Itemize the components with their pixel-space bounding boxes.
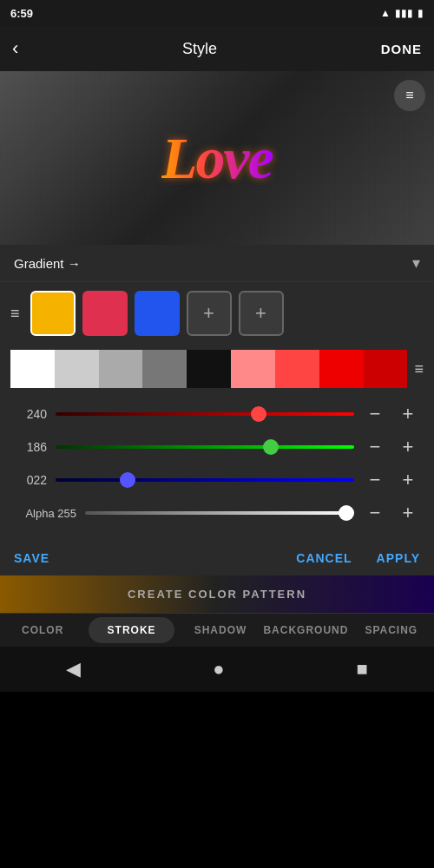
tab-shadow-label: SHADOW (194, 624, 247, 636)
top-bar: ‹ Style DONE (0, 26, 434, 71)
status-icons: ▲ ▮▮▮ ▮ (380, 7, 424, 19)
preview-menu-button[interactable]: ≡ (394, 80, 425, 111)
green-slider-track[interactable] (56, 445, 354, 449)
tab-shadow[interactable]: SHADOW (178, 614, 263, 647)
tab-color-label: COLOR (22, 624, 63, 636)
love-text-preview: Love (161, 124, 273, 193)
swatches-row: ≡ + + (0, 282, 434, 345)
red-minus-button[interactable]: − (363, 402, 387, 426)
red-slider-row: 240 − + (14, 402, 420, 426)
palette-darkred[interactable] (364, 350, 408, 388)
bottom-tabs: COLOR STROKE SHADOW BACKGROUND SPACING (0, 613, 434, 647)
blue-plus-button[interactable]: + (396, 468, 420, 492)
menu-icon: ≡ (405, 88, 413, 103)
add-swatch-1[interactable]: + (187, 291, 232, 336)
red-slider-track[interactable] (56, 412, 354, 416)
green-slider-row: 186 − + (14, 435, 420, 459)
blue-value-label: 022 (14, 473, 47, 487)
gradient-selector-row[interactable]: Gradient → ▾ (0, 245, 434, 282)
alpha-plus-button[interactable]: + (396, 501, 420, 525)
tab-spacing-label: SPACING (365, 624, 418, 636)
apply-button[interactable]: APPLY (377, 551, 420, 565)
cancel-button[interactable]: CANCEL (296, 551, 352, 565)
tab-background-label: BACKGROUND (263, 624, 348, 636)
green-value-label: 186 (14, 440, 47, 454)
status-bar: 6:59 ▲ ▮▮▮ ▮ (0, 0, 434, 26)
swatch-3[interactable] (135, 291, 180, 336)
green-slider-thumb[interactable] (263, 439, 279, 455)
tab-spacing[interactable]: SPACING (349, 614, 434, 647)
gradient-dropdown-arrow[interactable]: ▾ (412, 253, 420, 273)
swatch-2[interactable] (82, 291, 128, 336)
action-row: SAVE CANCEL APPLY (0, 542, 434, 575)
tab-stroke[interactable]: STROKE (89, 617, 174, 643)
save-button[interactable]: SAVE (14, 551, 49, 565)
wifi-icon: ▲ (380, 7, 391, 19)
tab-stroke-label: STROKE (108, 624, 156, 636)
main-panel: Gradient → ▾ ≡ + + ≡ 240 − + (0, 245, 434, 613)
gradient-label: Gradient → (14, 256, 81, 271)
palette-row: ≡ (0, 345, 434, 393)
alpha-slider-track[interactable] (85, 511, 354, 515)
alpha-slider-thumb[interactable] (339, 505, 354, 521)
preview-background: Love ≡ (0, 71, 434, 245)
palette-menu-icon[interactable]: ≡ (414, 360, 424, 378)
blue-slider-row: 022 − + (14, 468, 420, 492)
page-title: Style (182, 40, 217, 58)
blue-slider-track[interactable] (56, 478, 354, 482)
nav-bar: ◀ ● ■ (0, 647, 434, 692)
blue-minus-button[interactable]: − (363, 468, 387, 492)
tab-color[interactable]: COLOR (0, 614, 85, 647)
blue-slider-thumb[interactable] (120, 472, 135, 488)
done-button[interactable]: DONE (381, 42, 422, 56)
palette-darkgray[interactable] (142, 350, 187, 388)
red-plus-button[interactable]: + (396, 402, 420, 426)
green-plus-button[interactable]: + (396, 435, 420, 459)
palette-red[interactable] (319, 350, 364, 388)
alpha-slider-row: Alpha 255 − + (14, 501, 420, 525)
palette-lightgray[interactable] (55, 350, 99, 388)
tab-background[interactable]: BACKGROUND (263, 614, 348, 647)
red-slider-thumb[interactable] (251, 406, 266, 422)
reorder-icon[interactable]: ≡ (10, 305, 20, 323)
palette-black[interactable] (187, 350, 231, 388)
red-value-label: 240 (14, 407, 47, 421)
nav-home-button[interactable]: ● (213, 658, 224, 681)
status-time: 6:59 (10, 7, 33, 20)
sliders-section: 240 − + 186 − + 022 − + Alpha (0, 393, 434, 542)
nav-back-button[interactable]: ◀ (66, 658, 81, 681)
palette-midgray[interactable] (99, 350, 143, 388)
palette-white[interactable] (10, 350, 55, 388)
palette-medred[interactable] (275, 350, 319, 388)
alpha-value-label: Alpha 255 (14, 507, 76, 520)
palette-lightred[interactable] (231, 350, 275, 388)
create-pattern-button[interactable]: CREATE COLOR PATTERN (0, 575, 434, 613)
nav-recents-button[interactable]: ■ (357, 658, 368, 681)
back-button[interactable]: ‹ (12, 37, 18, 60)
swatch-1[interactable] (30, 291, 76, 336)
signal-icon: ▮▮▮ (395, 7, 413, 19)
add-swatch-2[interactable]: + (239, 291, 284, 336)
preview-area: Love ≡ (0, 71, 434, 245)
alpha-minus-button[interactable]: − (363, 501, 387, 525)
battery-icon: ▮ (418, 7, 424, 19)
green-minus-button[interactable]: − (363, 435, 387, 459)
